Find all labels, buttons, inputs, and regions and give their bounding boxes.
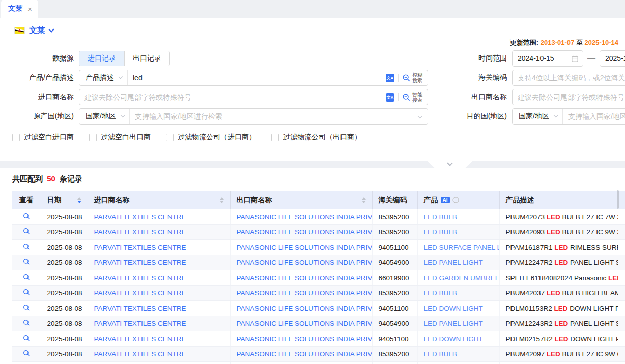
date-end-input[interactable]: 2025-10-14 [600,50,625,67]
col-importer[interactable]: 进口商名称 [88,191,230,209]
row-hs-code: 85395200 [372,347,417,362]
exporter-link[interactable]: PANASONIC LIFE SOLUTIONS INDIA PRIVAT... [237,244,373,251]
form-row-4: 原产国(地区) 国家/地区 目的国(地区) 国家/地区 [0,108,625,125]
checkbox-icon[interactable] [12,134,20,141]
country-header[interactable]: 文莱 [0,18,625,36]
form-row-2: 产品/产品描述 产品描述 文A 模糊搜索 [0,70,625,86]
view-detail-button[interactable] [23,289,30,296]
exporter-link[interactable]: PANASONIC LIFE SOLUTIONS INDIA PRIVAT... [237,213,373,221]
view-detail-button[interactable] [23,350,30,357]
hs-code-label: 海关编码 [459,73,507,82]
importer-link[interactable]: PARVATI TEXTILES CENTRE [94,228,186,236]
view-detail-button[interactable] [23,228,30,235]
info-icon[interactable] [452,197,459,205]
close-icon[interactable]: × [27,5,32,13]
importer-link[interactable]: PARVATI TEXTILES CENTRE [94,305,186,312]
col-description: 产品描述 [499,191,618,209]
filter-logistics-importer[interactable]: 过滤物流公司（进口商） [166,133,256,142]
row-description: PBUM42097 LED BULB E27 IC 9W 65... [499,347,618,362]
product-link[interactable]: LED DOWN LIGHT [424,305,483,312]
export-records-toggle[interactable]: 出口记录 [124,51,169,66]
product-link[interactable]: LED BULB [424,350,457,358]
scrollbar-thumb[interactable] [617,190,619,209]
table-row: 2025-08-08 PARVATI TEXTILES CENTRE PANAS… [12,240,625,255]
importer-link[interactable]: PARVATI TEXTILES CENTRE [94,289,186,297]
tab-brunei[interactable]: 文莱 × [1,0,38,18]
date-start-value: 2024-10-15 [518,54,571,63]
importer-link[interactable]: PARVATI TEXTILES CENTRE [94,274,186,282]
update-range-label: 更新范围: [510,39,538,46]
importer-link[interactable]: PARVATI TEXTILES CENTRE [94,350,186,358]
origin-country-input[interactable] [130,112,418,120]
row-description: PBUM42093 LED BULB E27 IC 9W 30... [499,225,618,240]
importer-link[interactable]: PARVATI TEXTILES CENTRE [94,335,186,343]
product-link[interactable]: LED DOWN LIGHT [424,335,483,343]
exporter-link[interactable]: PANASONIC LIFE SOLUTIONS INDIA PRIVAT... [237,259,373,266]
product-link[interactable]: LED SURFACE PANEL L... [424,244,500,251]
product-search-input[interactable] [128,74,383,82]
table-row [12,362,625,364]
view-detail-button[interactable] [23,258,30,265]
translate-icon[interactable]: 文A [386,74,394,82]
view-detail-button[interactable] [23,335,30,342]
destination-country-input[interactable] [563,112,625,120]
collapse-panel-button[interactable] [427,160,473,168]
product-link[interactable]: LED BULB [424,289,457,297]
importer-link[interactable]: PARVATI TEXTILES CENTRE [94,244,186,251]
exporter-link[interactable]: PANASONIC LIFE SOLUTIONS INDIA PRIVAT... [237,320,373,327]
table-row: 2025-08-08 PARVATI TEXTILES CENTRE PANAS… [12,225,625,240]
product-label: 产品/产品描述 [12,73,74,82]
table-row: 2025-08-08 PARVATI TEXTILES CENTRE PANAS… [12,316,625,331]
exporter-link[interactable]: PANASONIC LIFE SOLUTIONS INDIA PRIVAT... [237,289,373,297]
origin-type-select[interactable]: 国家/地区 [79,109,130,124]
chevron-down-icon[interactable] [418,114,422,118]
fuzzy-search-button[interactable]: 模糊搜索 [402,72,422,83]
sort-icon[interactable] [216,197,224,203]
row-description: PBUM42037 LED BULB HIGH BEAM ... [499,286,618,301]
view-detail-button[interactable] [23,274,30,281]
exporter-link[interactable]: PANASONIC LIFE SOLUTIONS INDIA PRIVAT... [237,305,373,312]
product-link[interactable]: LED BULB [424,228,457,236]
exporter-label: 出口商名称 [459,93,507,102]
product-type-select[interactable]: 产品描述 [79,70,128,85]
exporter-link[interactable]: PANASONIC LIFE SOLUTIONS INDIA PRIVAT... [237,274,373,282]
import-records-toggle[interactable]: 进口记录 [79,51,124,66]
hs-code-input[interactable] [512,70,625,86]
filter-blank-importer[interactable]: 过滤空白进口商 [12,133,74,142]
sort-icon[interactable] [358,197,366,203]
col-exporter[interactable]: 出口商名称 [230,191,372,209]
checkbox-icon[interactable] [89,134,97,141]
divider [398,93,399,101]
smart-search-button[interactable]: 智能搜索 [402,92,422,103]
view-detail-button[interactable] [23,304,30,311]
filter-logistics-exporter[interactable]: 过滤物流公司（出口商） [271,133,361,142]
col-date[interactable]: 日期 [41,191,88,209]
view-detail-button[interactable] [23,319,30,326]
importer-link[interactable]: PARVATI TEXTILES CENTRE [94,320,186,327]
product-field: 产品描述 文A 模糊搜索 [79,70,428,86]
filter-blank-exporter[interactable]: 过滤空白出口商 [89,133,151,142]
exporter-link[interactable]: PANASONIC LIFE SOLUTIONS INDIA PRIVAT... [237,228,373,236]
product-link[interactable]: LED GARDEN UMBREL... [424,274,500,282]
importer-input[interactable] [79,93,383,101]
exporter-input[interactable] [512,89,625,105]
date-start-input[interactable]: 2024-10-15 [512,50,583,67]
checkbox-icon[interactable] [166,134,174,141]
importer-link[interactable]: PARVATI TEXTILES CENTRE [94,213,186,221]
destination-type-select[interactable]: 国家/地区 [513,109,563,124]
view-detail-button[interactable] [23,243,30,250]
col-hs-code: 海关编码 [372,191,417,209]
chevron-down-icon[interactable] [48,26,54,32]
exporter-link[interactable]: PANASONIC LIFE SOLUTIONS INDIA PRIVAT... [237,335,373,343]
product-link[interactable]: LED BULB [424,213,457,221]
row-date: 2025-08-08 [41,347,88,362]
importer-link[interactable]: PARVATI TEXTILES CENTRE [94,259,186,266]
product-link[interactable]: LED PANEL LIGHT [424,259,483,266]
view-detail-button[interactable] [23,213,30,220]
sort-icon[interactable] [73,197,81,203]
product-link[interactable]: LED PANEL LIGHT [424,320,483,327]
exporter-link[interactable]: PANASONIC LIFE SOLUTIONS INDIA PRIVAT... [237,350,373,358]
row-description: PPAM12243R2 LED PANEL LIGHT ST... [499,316,618,331]
translate-icon[interactable]: 文A [386,93,394,102]
checkbox-icon[interactable] [271,134,279,141]
